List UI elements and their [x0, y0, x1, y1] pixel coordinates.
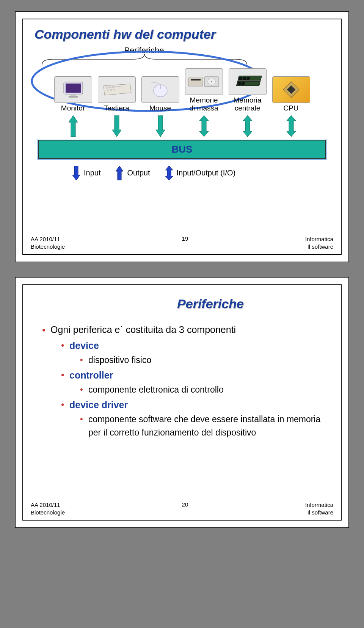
svg-rect-3 — [70, 95, 76, 96]
arrow-input-icon — [97, 115, 136, 137]
cpu-icon — [272, 76, 310, 103]
footer-dept: Biotecnologie — [31, 243, 65, 251]
slide-1: Componenti hw del computer Periferiche M… — [15, 11, 349, 262]
slide-title: Periferiche — [88, 297, 333, 311]
bullet-device-driver: device driver componente software che de… — [61, 398, 333, 439]
footer-year: AA 2010/11 — [31, 501, 65, 509]
arrow-up-icon — [116, 166, 123, 180]
footer-left: AA 2010/11 Biotecnologie — [31, 501, 65, 516]
footer-page: 19 — [182, 235, 188, 242]
hw-label: Monitor — [53, 104, 93, 112]
footer-right: Informatica Il software — [305, 235, 333, 250]
hw-label: Memorie di massa — [184, 96, 224, 112]
footer-left: AA 2010/11 Biotecnologie — [31, 235, 65, 250]
bullet-controller: controller componente elettronica di con… — [61, 368, 333, 396]
legend: Input Output Input/Output (I/O) — [72, 166, 333, 180]
svg-rect-8 — [115, 86, 118, 87]
monitor-icon — [54, 76, 92, 103]
storage-icon — [185, 68, 223, 95]
hw-item-cpu: CPU — [271, 76, 311, 112]
svg-rect-5 — [106, 87, 108, 88]
svg-rect-10 — [107, 90, 109, 91]
legend-label: Output — [127, 169, 150, 177]
hw-item-memoria-centrale: Memoria centrale — [228, 68, 267, 112]
desc-controller: componente elettronica di controllo — [80, 383, 333, 396]
hw-item-mouse: Mouse — [140, 76, 180, 112]
footer-right: Informatica Il software — [305, 501, 333, 516]
footer-page: 20 — [182, 501, 188, 508]
svg-rect-7 — [112, 86, 115, 88]
footer-topic: Il software — [305, 509, 333, 516]
slide-footer: AA 2010/11 Biotecnologie 19 Informatica … — [31, 235, 333, 250]
svg-rect-6 — [109, 87, 111, 88]
hw-label: Memoria centrale — [228, 96, 267, 112]
hardware-row: Monitor Tastiera Mouse Memorie di massa — [31, 68, 333, 112]
hw-item-memorie-massa: Memorie di massa — [184, 68, 224, 112]
hw-label: Tastiera — [97, 104, 136, 112]
term-device-driver: device driver — [69, 399, 128, 410]
intro-text: Ogni periferica e` costituita da 3 compo… — [50, 324, 236, 335]
legend-label: Input — [84, 169, 100, 177]
term-device: device — [69, 340, 99, 351]
arrow-down-icon — [72, 166, 80, 180]
term-controller: controller — [69, 370, 113, 380]
arrow-io-icon — [184, 115, 224, 137]
legend-output: Output — [116, 166, 150, 180]
footer-year: AA 2010/11 — [31, 235, 65, 243]
legend-label: Input/Output (I/O) — [177, 169, 236, 177]
desc-device-driver: componente software che deve essere inst… — [80, 413, 333, 439]
arrow-row — [31, 115, 333, 137]
footer-topic: Il software — [305, 243, 333, 251]
mouse-icon — [141, 76, 179, 103]
slide-2: Periferiche Ogni periferica e` costituit… — [15, 277, 349, 528]
svg-rect-12 — [113, 89, 115, 90]
desc-device: dispositivo fisico — [80, 353, 333, 367]
svg-rect-9 — [118, 86, 121, 87]
svg-rect-4 — [69, 96, 78, 98]
slide-frame: Periferiche Ogni periferica e` costituit… — [22, 284, 342, 521]
hw-item-tastiera: Tastiera — [97, 76, 136, 112]
hw-label: Mouse — [140, 104, 180, 112]
slide-title: Componenti hw del computer — [31, 27, 333, 42]
arrow-input-icon — [140, 115, 180, 137]
arrow-output-icon — [53, 115, 93, 137]
ram-icon — [229, 68, 267, 95]
footer-dept: Biotecnologie — [31, 509, 65, 516]
legend-input: Input — [72, 166, 100, 180]
legend-io: Input/Output (I/O) — [165, 166, 236, 180]
bus-label: BUS — [172, 144, 193, 155]
footer-course: Informatica — [305, 235, 333, 243]
arrow-io-icon — [228, 115, 267, 137]
hw-item-monitor: Monitor — [53, 76, 93, 112]
bus-bar: BUS — [38, 140, 326, 159]
svg-point-18 — [211, 81, 212, 82]
svg-rect-2 — [66, 84, 81, 93]
footer-course: Informatica — [305, 501, 333, 509]
brace-icon — [42, 54, 247, 65]
hw-label: CPU — [271, 104, 311, 112]
bullet-device: device dispositivo fisico — [61, 339, 333, 367]
bullet-intro: Ogni periferica e` costituita da 3 compo… — [42, 323, 333, 439]
keyboard-icon — [98, 76, 136, 103]
slide-frame: Componenti hw del computer Periferiche M… — [22, 19, 342, 255]
svg-rect-15 — [191, 79, 201, 80]
slide-footer: AA 2010/11 Biotecnologie 20 Informatica … — [31, 501, 333, 516]
arrow-updown-icon — [165, 166, 173, 180]
svg-rect-11 — [110, 89, 112, 91]
bullet-list: Ogni periferica e` costituita da 3 compo… — [42, 323, 333, 439]
arrow-io-icon — [271, 115, 311, 137]
